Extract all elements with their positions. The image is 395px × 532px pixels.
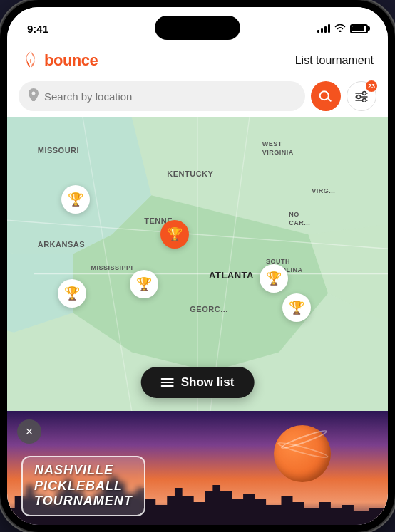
event-title: NASHVILLE PICKLEBALL TOURNAMENT	[34, 463, 133, 509]
trophy-pin-6[interactable]: 🏆	[282, 293, 311, 322]
logo-area: bounce	[21, 50, 98, 71]
status-icons	[317, 24, 368, 34]
battery-icon	[350, 24, 368, 33]
wifi-icon	[334, 24, 346, 34]
event-card-area: NASHVILLE PICKLEBALL TOURNAMENT ×	[7, 411, 388, 525]
event-card[interactable]: NASHVILLE PICKLEBALL TOURNAMENT ×	[7, 411, 388, 525]
event-title-line1: NASHVILLE	[34, 463, 113, 477]
svg-point-3	[363, 92, 366, 95]
trophy-pin-active[interactable]: 🏆	[160, 220, 189, 249]
filter-badge: 23	[366, 80, 377, 92]
logo-text: bounce	[44, 51, 98, 70]
trophy-pin-3[interactable]: 🏆	[58, 279, 86, 308]
phone-screen: 9:41	[7, 7, 388, 525]
location-pin-icon	[29, 88, 39, 104]
show-list-label: Show list	[181, 375, 235, 390]
close-button[interactable]: ×	[17, 419, 41, 444]
phone-frame: 9:41	[0, 0, 395, 532]
search-button[interactable]	[311, 81, 341, 111]
status-time: 9:41	[27, 23, 48, 35]
show-list-button[interactable]: Show list	[141, 367, 255, 398]
dynamic-island	[155, 16, 240, 40]
search-input[interactable]	[44, 90, 295, 103]
event-title-badge: NASHVILLE PICKLEBALL TOURNAMENT	[21, 456, 145, 516]
map-area[interactable]: MISSOURI KENTUCKY WESTVIRGINIA VIRG... A…	[7, 117, 388, 411]
signal-icon	[317, 24, 330, 33]
trophy-pin-5[interactable]: 🏆	[260, 264, 288, 293]
search-icon	[319, 90, 332, 103]
close-icon: ×	[26, 424, 34, 439]
search-input-wrapper	[19, 81, 305, 111]
pickleball-ball	[274, 425, 331, 482]
svg-point-4	[357, 95, 361, 99]
logo-flame-icon	[21, 50, 40, 71]
event-title-line2: PICKLEBALL	[34, 479, 123, 493]
filter-icon	[355, 90, 368, 102]
filter-button[interactable]: 23	[347, 81, 376, 111]
list-tournament-button[interactable]: List tournament	[295, 54, 374, 67]
event-title-line3: TOURNAMENT	[34, 494, 133, 508]
search-area: 23	[7, 78, 388, 117]
trophy-pin-4[interactable]: 🏆	[130, 270, 158, 298]
svg-point-5	[363, 99, 366, 103]
trophy-pin-1[interactable]: 🏆	[61, 185, 90, 214]
app-header: bounce List tournament	[7, 44, 388, 78]
hamburger-icon	[161, 378, 174, 387]
